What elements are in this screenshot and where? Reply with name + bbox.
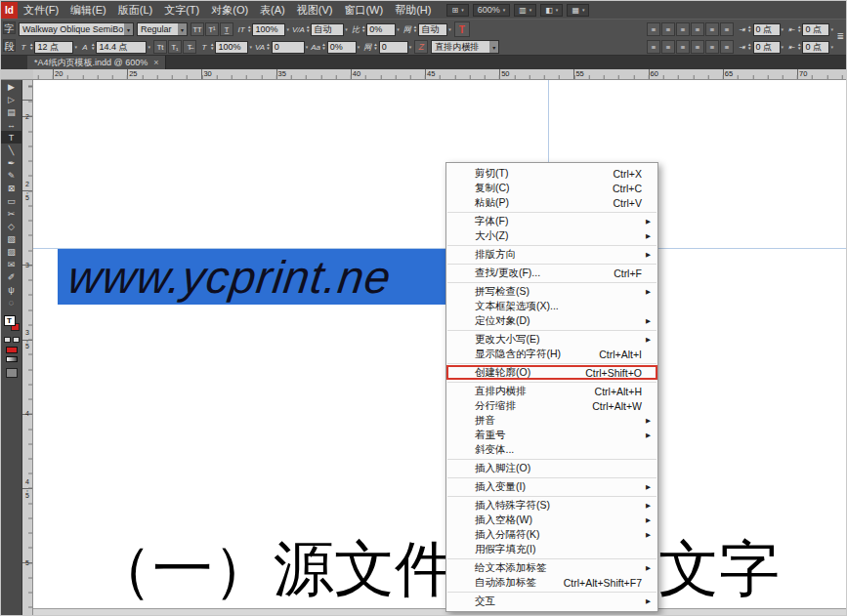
- menubar-item-7[interactable]: 窗口(W): [338, 1, 389, 19]
- context-menu-item-warichu[interactable]: 分行缩排Ctrl+Alt+W: [446, 398, 657, 413]
- indent-right-field-stepper[interactable]: ▲▼: [747, 43, 751, 51]
- menubar-item-2[interactable]: 版面(L): [112, 1, 158, 19]
- horizontal-scale-field[interactable]: T▲▼100%▾: [199, 41, 252, 54]
- context-menu-item-change-case[interactable]: 更改大小写(E)▶: [446, 332, 657, 347]
- context-menu-item-insert-break-character[interactable]: 插入分隔符(K)▶: [446, 527, 657, 542]
- rectangle-frame-tool[interactable]: ⊠: [1, 182, 21, 194]
- align-buttons-top-3[interactable]: ≡: [691, 22, 704, 36]
- document-tab[interactable]: *A4纸内页模板.indd @ 600% ×: [27, 56, 166, 69]
- case-buttons-1[interactable]: T¹: [205, 22, 219, 36]
- align-buttons-top-4[interactable]: ≡: [705, 22, 719, 36]
- baseline-shift-field-stepper[interactable]: ▲▼: [321, 43, 325, 51]
- paragraph-formatting-badge[interactable]: 段: [3, 39, 16, 52]
- position-buttons-2[interactable]: T̶: [183, 40, 196, 54]
- context-menu-item-interactive[interactable]: 交互▶: [446, 594, 657, 608]
- context-menu-item-oblique[interactable]: 斜变体...: [446, 442, 657, 457]
- selection-tool[interactable]: ▶: [1, 80, 21, 93]
- align-buttons-bottom-3[interactable]: ≡: [691, 40, 704, 54]
- tatechuyoko-select[interactable]: 直排内横排▾: [431, 40, 499, 54]
- free-transform-tool[interactable]: ◇: [1, 220, 21, 232]
- view-options-icon[interactable]: ▥▾: [514, 4, 536, 17]
- close-tab-icon[interactable]: ×: [153, 58, 158, 67]
- space-after-field[interactable]: ⇤▲▼0 点▾: [786, 41, 833, 54]
- context-menu-item-writing-direction[interactable]: 排版方向▶: [446, 247, 657, 262]
- proportional-spacing-field[interactable]: 比▲▼0%▾: [351, 23, 400, 36]
- align-buttons-bottom-4[interactable]: ≡: [705, 40, 719, 54]
- case-buttons-2[interactable]: T̲: [220, 22, 233, 36]
- bridge-icon[interactable]: ⊞▾: [446, 4, 468, 17]
- document-canvas[interactable]: www.ycprint.ne （一）源文件 文字: [33, 80, 847, 616]
- context-menu-item-kenten[interactable]: 着重号▶: [446, 428, 657, 442]
- formatting-affects-container-button[interactable]: [4, 337, 11, 343]
- indent-left-field-stepper[interactable]: ▲▼: [747, 25, 751, 33]
- fill-color-swatch[interactable]: T: [4, 315, 16, 326]
- context-menu-item-insert-special-character[interactable]: 插入特殊字符(S)▶: [446, 498, 657, 513]
- gradient-swatch-tool[interactable]: ▧: [1, 232, 21, 245]
- character-color-swatch[interactable]: T: [454, 21, 470, 37]
- gap-tool[interactable]: ↔: [1, 118, 21, 131]
- menubar-item-3[interactable]: 文字(T): [158, 1, 205, 19]
- align-buttons-bottom-0[interactable]: ≡: [647, 40, 660, 54]
- note-tool[interactable]: ✉: [1, 258, 21, 270]
- screen-mode-button[interactable]: [6, 368, 18, 378]
- direct-selection-tool[interactable]: ▷: [1, 93, 21, 105]
- context-menu-item-show-hidden-characters[interactable]: 显示隐含的字符(H)Ctrl+Alt+I: [446, 347, 657, 361]
- context-menu-item-fill-with-placeholder-text[interactable]: 用假字填充(I): [446, 542, 657, 556]
- context-menu-item-size[interactable]: 大小(Z)▶: [446, 228, 657, 243]
- context-menu-item-check-spelling[interactable]: 拼写检查(S)▶: [446, 284, 657, 299]
- context-menu-item-anchored-object[interactable]: 定位对象(D)▶: [446, 313, 657, 328]
- context-menu-item-insert-white-space[interactable]: 插入空格(W)▶: [446, 513, 657, 527]
- horizontal-ruler[interactable]: 2025303540455055606570: [33, 69, 847, 80]
- align-buttons-top-0[interactable]: ≡: [647, 22, 660, 36]
- menubar-item-6[interactable]: 视图(V): [291, 1, 339, 19]
- align-buttons-top-2[interactable]: ≡: [676, 22, 690, 36]
- arrange-documents-icon[interactable]: ▦▾: [567, 4, 589, 17]
- rectangle-tool[interactable]: ▭: [1, 194, 21, 207]
- proportional-spacing-field-stepper[interactable]: ▲▼: [361, 25, 365, 33]
- grid-jidori-field-stepper[interactable]: ▲▼: [373, 43, 377, 51]
- fill-stroke-proxy[interactable]: T: [2, 314, 21, 334]
- apply-gradient-button[interactable]: [6, 356, 18, 362]
- context-menu-item-insert-footnote[interactable]: 插入脚注(O): [446, 461, 657, 475]
- font-size-field[interactable]: T▲▼12 点▾: [19, 41, 77, 54]
- context-menu-item-cut[interactable]: 剪切(T)Ctrl+X: [446, 166, 657, 181]
- position-buttons-0[interactable]: Tt: [153, 40, 167, 54]
- zoom-tool[interactable]: ◌: [1, 296, 21, 308]
- font-size-field-stepper[interactable]: ▲▼: [29, 43, 33, 51]
- position-buttons-1[interactable]: T₁: [168, 40, 182, 54]
- type-tool[interactable]: T: [1, 131, 21, 144]
- align-buttons-bottom-1[interactable]: ≡: [661, 40, 675, 54]
- zoom-level-dropdown[interactable]: 600% ▾: [473, 4, 511, 17]
- context-menu-item-find-change[interactable]: 查找/更改(F)...Ctrl+F: [446, 266, 657, 280]
- context-menu-item-tatechuyoko[interactable]: 直排内横排Ctrl+Alt+H: [446, 384, 657, 398]
- font-style-select[interactable]: Regular▾: [137, 22, 188, 36]
- context-menu-item-insert-variable[interactable]: 插入变量(I)▶: [446, 479, 657, 494]
- align-buttons-bottom-2[interactable]: ≡: [676, 40, 690, 54]
- context-menu-item-create-outlines[interactable]: 创建轮廓(O)Ctrl+Shift+O: [446, 365, 657, 380]
- horizontal-scale-field-stepper[interactable]: ▲▼: [210, 43, 214, 51]
- menubar-item-0[interactable]: 文件(F): [18, 1, 64, 19]
- pencil-tool[interactable]: ✎: [1, 169, 21, 182]
- case-buttons-0[interactable]: TT: [191, 22, 204, 36]
- space-after-field-stepper[interactable]: ▲▼: [797, 43, 801, 51]
- vertical-ruler[interactable]: 22,533,544,55: [22, 80, 33, 616]
- indent-left-field[interactable]: ⇥▲▼0 点▾: [737, 23, 783, 36]
- grid-count-field-stepper[interactable]: ▲▼: [413, 25, 417, 33]
- grid-jidori-field[interactable]: 网▲▼0▾: [362, 41, 411, 54]
- menubar-item-1[interactable]: 编辑(E): [64, 1, 112, 19]
- context-menu-item-paste[interactable]: 粘贴(P)Ctrl+V: [446, 195, 657, 210]
- baseline-shift-field[interactable]: Aa▲▼0%▾: [311, 41, 360, 54]
- leading-field-stepper[interactable]: ▲▼: [91, 43, 95, 51]
- panel-menu-icon[interactable]: ≣: [836, 31, 844, 41]
- indent-first-line-field[interactable]: ⇤▲▼0 点▾: [786, 23, 833, 36]
- context-menu-item-tag-text[interactable]: 给文本添加标签▶: [446, 560, 657, 575]
- apply-color-button[interactable]: [6, 347, 18, 353]
- indent-first-line-field-stepper[interactable]: ▲▼: [797, 25, 801, 33]
- context-menu-item-text-frame-options[interactable]: 文本框架选项(X)...: [446, 299, 657, 313]
- tracking-field[interactable]: VA▲▼0▾: [255, 41, 308, 54]
- eyedropper-tool[interactable]: ✐: [1, 270, 21, 283]
- pen-tool[interactable]: ✒: [1, 156, 21, 169]
- vertical-scale-field[interactable]: IT▲▼100%▾: [236, 23, 289, 36]
- align-buttons-top-1[interactable]: ≡: [661, 22, 675, 36]
- grid-count-field[interactable]: 网▲▼自动▾: [402, 23, 451, 36]
